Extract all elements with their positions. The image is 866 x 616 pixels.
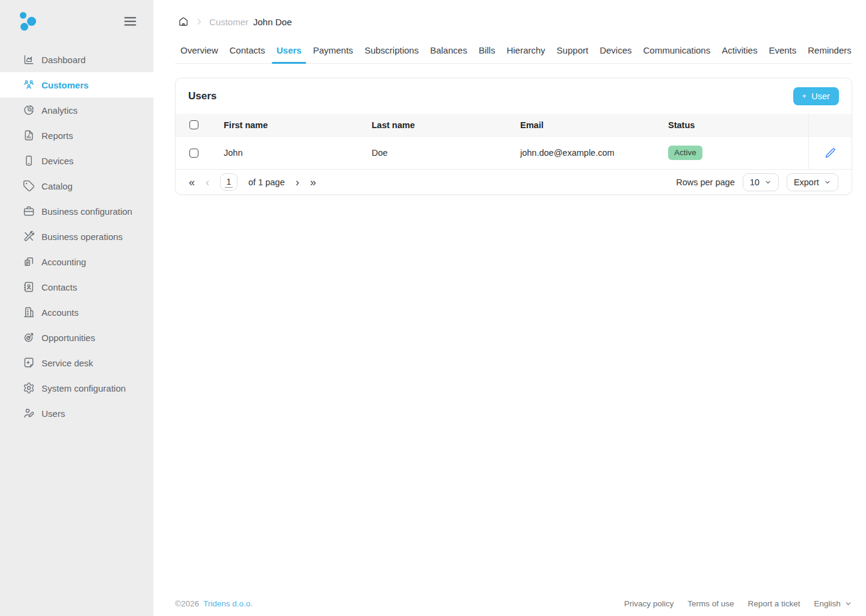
sidebar-item-label: Customers	[41, 80, 88, 90]
sidebar-item-system-configuration[interactable]: System configuration	[0, 375, 153, 401]
tab-bills[interactable]: Bills	[478, 45, 496, 63]
sidebar: DashboardCustomersAnalyticsReportsDevice…	[0, 0, 153, 616]
tab-contacts[interactable]: Contacts	[229, 45, 266, 63]
reports-icon	[23, 129, 35, 141]
sidebar-item-label: Analytics	[41, 105, 78, 116]
tab-activities[interactable]: Activities	[721, 45, 758, 63]
opportunities-icon	[23, 331, 35, 343]
pagination-options: Rows per page 10 Export	[676, 173, 838, 191]
accounting-icon	[23, 256, 35, 268]
last-page-button[interactable]: »	[310, 177, 316, 188]
pagination-bar: « ‹ 1 of 1 page › » Rows per page 10	[176, 170, 852, 194]
sidebar-item-business-operations[interactable]: Business operations	[0, 224, 153, 249]
sidebar-item-dashboard[interactable]: Dashboard	[0, 47, 153, 72]
chevron-down-icon	[764, 179, 772, 186]
tab-events[interactable]: Events	[768, 45, 797, 63]
business-operations-icon	[23, 230, 35, 242]
sidebar-item-reports[interactable]: Reports	[0, 123, 153, 148]
prev-page-button[interactable]: ‹	[206, 177, 209, 188]
sidebar-item-service-desk[interactable]: Service desk	[0, 350, 153, 375]
sidebar-item-opportunities[interactable]: Opportunities	[0, 325, 153, 350]
table-body: JohnDoejohn.doe@example.comActive	[176, 137, 852, 170]
export-label: Export	[794, 177, 819, 187]
add-user-button[interactable]: + User	[793, 87, 839, 105]
company-link[interactable]: Tridens d.o.o.	[203, 599, 253, 608]
contacts-icon	[23, 281, 35, 293]
column-header-first-name[interactable]: First name	[224, 114, 372, 136]
language-select[interactable]: English	[814, 599, 852, 608]
sidebar-item-label: Users	[41, 408, 65, 419]
system-configuration-icon	[23, 382, 35, 394]
add-user-label: User	[811, 91, 830, 101]
accounts-icon	[23, 306, 35, 318]
first-page-button[interactable]: «	[189, 177, 195, 188]
tab-balances[interactable]: Balances	[429, 45, 468, 63]
logo-dot	[27, 17, 36, 26]
hamburger-icon	[123, 14, 138, 29]
select-all-checkbox[interactable]	[189, 120, 198, 129]
business-configuration-icon	[23, 205, 35, 217]
sidebar-item-label: Reports	[41, 131, 73, 141]
next-page-button[interactable]: ›	[296, 177, 299, 188]
sidebar-header	[0, 0, 153, 32]
sidebar-item-label: System configuration	[41, 383, 126, 393]
sidebar-item-label: Business configuration	[41, 206, 132, 217]
column-header-status[interactable]: Status	[668, 114, 808, 136]
users-card: Users + User First nameLast nameEmailSta…	[175, 78, 852, 195]
tab-hierarchy[interactable]: Hierarchy	[506, 45, 545, 63]
table-row[interactable]: JohnDoejohn.doe@example.comActive	[176, 137, 852, 170]
sidebar-item-label: Devices	[41, 156, 73, 166]
sidebar-item-devices[interactable]: Devices	[0, 148, 153, 173]
card-title: Users	[188, 90, 216, 102]
language-label: English	[814, 599, 841, 608]
sidebar-item-accounts[interactable]: Accounts	[0, 300, 153, 325]
analytics-icon	[23, 104, 35, 116]
sidebar-item-business-configuration[interactable]: Business configuration	[0, 199, 153, 224]
pagination-controls: « ‹ 1 of 1 page › »	[189, 173, 316, 191]
edit-user-button[interactable]	[822, 145, 838, 161]
tab-overview[interactable]: Overview	[180, 45, 219, 63]
sidebar-item-label: Accounting	[41, 257, 86, 267]
rows-per-page-label: Rows per page	[676, 177, 735, 187]
app-root: DashboardCustomersAnalyticsReportsDevice…	[0, 0, 866, 616]
breadcrumb: Customer John Doe	[178, 0, 852, 27]
customers-icon	[23, 79, 35, 91]
row-checkbox[interactable]	[189, 149, 198, 158]
cell-email: john.doe@example.com	[520, 137, 668, 169]
chevron-down-icon	[844, 600, 852, 608]
page-number-input[interactable]: 1	[220, 173, 238, 191]
rows-per-page-select[interactable]: 10	[743, 173, 779, 191]
sidebar-item-customers[interactable]: Customers	[0, 72, 153, 97]
export-button[interactable]: Export	[787, 173, 838, 191]
sidebar-item-catalog[interactable]: Catalog	[0, 173, 153, 199]
column-header-email[interactable]: Email	[520, 114, 668, 136]
tab-reminders[interactable]: Reminders	[807, 45, 852, 63]
tab-payments[interactable]: Payments	[312, 45, 354, 63]
footer-link-terms-of-use[interactable]: Terms of use	[687, 599, 734, 608]
page-info: of 1 page	[248, 177, 284, 187]
tab-devices[interactable]: Devices	[599, 45, 632, 63]
sidebar-item-contacts[interactable]: Contacts	[0, 274, 153, 300]
plus-icon: +	[802, 92, 807, 100]
footer-links: Privacy policyTerms of useReport a ticke…	[624, 599, 852, 608]
tab-support[interactable]: Support	[556, 45, 589, 63]
menu-toggle-button[interactable]	[121, 13, 139, 30]
sidebar-item-accounting[interactable]: Accounting	[0, 249, 153, 274]
sidebar-item-users[interactable]: Users	[0, 401, 153, 426]
sidebar-item-analytics[interactable]: Analytics	[0, 97, 153, 123]
footer-link-privacy-policy[interactable]: Privacy policy	[624, 599, 674, 608]
chevron-right-icon	[195, 17, 203, 26]
home-icon	[178, 16, 189, 27]
column-header-last-name[interactable]: Last name	[372, 114, 520, 136]
home-button[interactable]	[178, 16, 189, 27]
tab-subscriptions[interactable]: Subscriptions	[364, 45, 419, 63]
sidebar-item-label: Business operations	[41, 232, 123, 242]
pencil-icon	[825, 147, 836, 159]
footer-copyright: ©2026 Tridens d.o.o.	[175, 599, 253, 608]
tab-communications[interactable]: Communications	[643, 45, 711, 63]
actions-column-header	[808, 114, 852, 136]
cell-first-name: John	[224, 137, 372, 169]
footer-link-report-a-ticket[interactable]: Report a ticket	[748, 599, 800, 608]
tab-users[interactable]: Users	[276, 45, 302, 63]
copyright-text: ©2026	[175, 599, 199, 608]
